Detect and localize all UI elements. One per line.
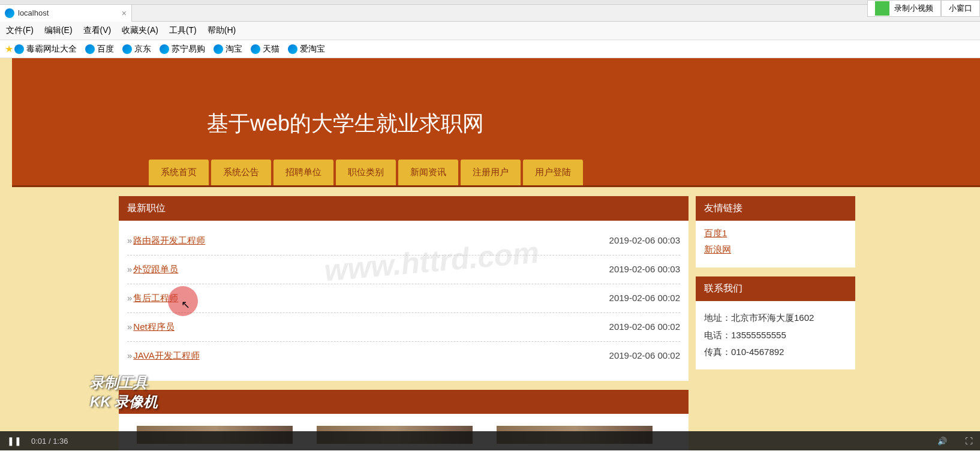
panel-header: 联系我们 bbox=[696, 276, 855, 301]
record-video-button[interactable]: 录制小视频 bbox=[867, 0, 941, 17]
browser-tab[interactable]: localhost × bbox=[0, 5, 132, 22]
job-link[interactable]: Net程序员 bbox=[127, 321, 175, 333]
menu-bar: 文件(F) 编辑(E) 查看(V) 收藏夹(A) 工具(T) 帮助(H) bbox=[0, 22, 980, 40]
menu-file[interactable]: 文件(F) bbox=[6, 25, 34, 36]
job-list: 路由器开发工程师 2019-02-06 00:03 外贸跟单员 2019-02-… bbox=[127, 227, 680, 370]
nav-announcement[interactable]: 系统公告 bbox=[211, 160, 271, 185]
job-item: Net程序员 2019-02-06 00:02 bbox=[127, 313, 680, 342]
ie-icon bbox=[288, 44, 297, 54]
menu-favorites[interactable]: 收藏夹(A) bbox=[122, 25, 158, 36]
menu-edit[interactable]: 编辑(E) bbox=[44, 25, 73, 36]
nav-job-category[interactable]: 职位类别 bbox=[336, 160, 396, 185]
bookmark-item[interactable]: 苏宁易购 bbox=[160, 44, 205, 55]
nav-news[interactable]: 新闻资讯 bbox=[398, 160, 458, 185]
header-banner: 基于web的大学生就业求职网 系统首页 系统公告 招聘单位 职位类别 新闻资讯 … bbox=[12, 58, 980, 187]
menu-tools[interactable]: 工具(T) bbox=[169, 25, 197, 36]
bookmark-item[interactable]: 天猫 bbox=[251, 44, 279, 55]
record-icon bbox=[875, 1, 889, 16]
job-link[interactable]: JAVA开发工程师 bbox=[127, 350, 200, 362]
panel-header: 最新职位 bbox=[119, 196, 689, 221]
close-icon[interactable]: × bbox=[122, 8, 127, 18]
recording-watermark: 录制工具 KK 录像机 bbox=[90, 373, 158, 411]
bookmark-item[interactable]: 毒霸网址大全 bbox=[14, 44, 77, 55]
bookmark-item[interactable]: 爱淘宝 bbox=[288, 44, 325, 55]
ie-icon bbox=[14, 44, 24, 54]
favorites-star-icon[interactable]: ★ bbox=[5, 43, 13, 55]
bookmark-bar: ★ 毒霸网址大全 百度 京东 苏宁易购 淘宝 天猫 爱淘宝 bbox=[0, 40, 980, 58]
job-link[interactable]: 外贸跟单员 bbox=[127, 264, 178, 275]
contact-address: 地址：北京市环海大厦1602 bbox=[704, 309, 847, 327]
job-date: 2019-02-06 00:02 bbox=[609, 350, 680, 362]
job-item: 路由器开发工程师 2019-02-06 00:03 bbox=[127, 227, 680, 255]
volume-icon[interactable]: 🔊 bbox=[937, 437, 947, 446]
contact-phone: 电话：13555555555 bbox=[704, 327, 847, 344]
job-item: JAVA开发工程师 2019-02-06 00:02 bbox=[127, 342, 680, 370]
menu-help[interactable]: 帮助(H) bbox=[208, 25, 236, 36]
job-date: 2019-02-06 00:03 bbox=[609, 264, 680, 275]
job-date: 2019-02-06 00:02 bbox=[609, 293, 680, 304]
site-title: 基于web的大学生就业求职网 bbox=[207, 109, 484, 139]
tab-title: localhost bbox=[18, 8, 122, 17]
video-controls: ❚❚ 0:01 / 1:36 🔊 ⛶ bbox=[0, 431, 980, 450]
job-link[interactable]: 售后工程师 bbox=[127, 293, 178, 304]
latest-jobs-panel: 最新职位 路由器开发工程师 2019-02-06 00:03 外贸跟单员 201… bbox=[119, 196, 689, 381]
ie-icon bbox=[85, 44, 95, 54]
ie-icon bbox=[160, 44, 169, 54]
job-item: 外贸跟单员 2019-02-06 00:03 bbox=[127, 255, 680, 284]
friend-link[interactable]: 新浪网 bbox=[704, 244, 847, 255]
bookmark-item[interactable]: 淘宝 bbox=[214, 44, 242, 55]
nav-login[interactable]: 用户登陆 bbox=[523, 160, 583, 185]
job-date: 2019-02-06 00:03 bbox=[609, 235, 680, 246]
friend-link[interactable]: 百度1 bbox=[704, 228, 847, 239]
ie-icon bbox=[5, 8, 14, 18]
nav-employers[interactable]: 招聘单位 bbox=[273, 160, 333, 185]
panel-header bbox=[119, 390, 689, 414]
bookmark-item[interactable]: 京东 bbox=[122, 44, 151, 55]
ie-icon bbox=[251, 44, 260, 54]
time-display: 0:01 / 1:36 bbox=[31, 437, 68, 446]
contact-fax: 传真：010-4567892 bbox=[704, 344, 847, 361]
bookmark-item[interactable]: 百度 bbox=[85, 44, 114, 55]
nav-register[interactable]: 注册用户 bbox=[461, 160, 521, 185]
main-nav: 系统首页 系统公告 招聘单位 职位类别 新闻资讯 注册用户 用户登陆 bbox=[149, 160, 585, 185]
fullscreen-icon[interactable]: ⛶ bbox=[965, 437, 973, 446]
browser-tab-bar: localhost × 录制小视频 小窗口 bbox=[0, 5, 980, 22]
ie-icon bbox=[214, 44, 223, 54]
panel-header: 友情链接 bbox=[696, 196, 855, 221]
job-date: 2019-02-06 00:02 bbox=[609, 321, 680, 333]
pause-button[interactable]: ❚❚ bbox=[7, 436, 22, 446]
friend-links-panel: 友情链接 百度1 新浪网 bbox=[696, 196, 855, 267]
ie-icon bbox=[122, 44, 132, 54]
contact-panel: 联系我们 地址：北京市环海大厦1602 电话：13555555555 传真：01… bbox=[696, 276, 855, 369]
job-link[interactable]: 路由器开发工程师 bbox=[127, 235, 205, 246]
job-item: 售后工程师 2019-02-06 00:02 bbox=[127, 284, 680, 313]
menu-view[interactable]: 查看(V) bbox=[83, 25, 112, 36]
nav-home[interactable]: 系统首页 bbox=[149, 160, 209, 185]
small-window-button[interactable]: 小窗口 bbox=[941, 0, 980, 17]
